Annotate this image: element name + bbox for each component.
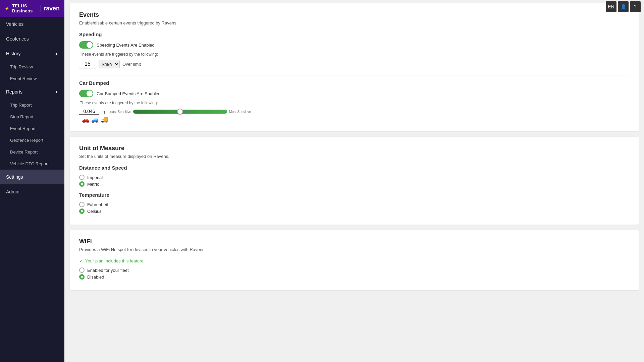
- sidebar-item-geofences[interactable]: Geofences: [0, 32, 64, 46]
- sidebar-item-vehicle-dtc-report[interactable]: Vehicle DTC Report: [0, 158, 64, 170]
- speeding-toggle-label: Speeding Events Are Enabled: [97, 43, 155, 48]
- sidebar-item-event-review[interactable]: Event Review: [0, 73, 64, 84]
- vehicle-icons-row: 🚗 🚙 🚚: [82, 116, 629, 123]
- events-description: Enable/disable certain events triggered …: [79, 20, 629, 25]
- wifi-enabled-radio[interactable]: [79, 267, 85, 273]
- sidebar-item-event-report[interactable]: Event Report: [0, 123, 64, 134]
- most-sensitive-label: Most Sensitive: [229, 110, 251, 114]
- sidebar-reports-header[interactable]: Reports ▲: [0, 84, 64, 99]
- reports-chevron-icon: ▲: [55, 90, 58, 94]
- g-unit-label: g: [103, 109, 105, 114]
- metric-radio[interactable]: [79, 181, 85, 187]
- unit-of-measure-title: Unit of Measure: [79, 145, 629, 152]
- wifi-description: Provides a WiFi Hotspot for devices in y…: [79, 247, 629, 252]
- speeding-toggle-knob: [87, 42, 93, 48]
- temperature-label: Temperature: [79, 192, 629, 198]
- car-bumped-slider-row: g Least Sensitive Most Sensitive: [79, 109, 629, 115]
- main-content: Events Enable/disable certain events tri…: [64, 0, 644, 362]
- sidebar-admin-label: Admin: [6, 189, 19, 194]
- events-card: Events Enable/disable certain events tri…: [70, 3, 639, 131]
- slider-thumb: [177, 109, 183, 115]
- imperial-label: Imperial: [87, 175, 103, 180]
- car-bumped-subsection-title: Car Bumped: [79, 80, 629, 86]
- car-icon: 🚗: [82, 116, 89, 123]
- sidebar: ⚡ TELUS Business raven Vehicles Geofence…: [0, 0, 64, 362]
- sensitivity-slider[interactable]: [133, 110, 227, 114]
- metric-option[interactable]: Metric: [79, 181, 629, 187]
- imperial-option[interactable]: Imperial: [79, 175, 629, 180]
- topbar: EN 👤 ?: [602, 0, 644, 13]
- fahrenheit-label: Fahrenheit: [87, 202, 108, 207]
- speeding-input-row: km/h mph Over limit: [79, 60, 629, 68]
- speeding-toggle[interactable]: [79, 41, 93, 49]
- unit-of-measure-description: Set the units of measure displayed on Ra…: [79, 154, 629, 159]
- sidebar-item-trip-report[interactable]: Trip Report: [0, 99, 64, 111]
- car-bumped-toggle-label: Car Bumped Events Are Enabled: [97, 91, 161, 96]
- wifi-enabled-label: Enabled for your fleet: [87, 268, 129, 273]
- speeding-trigger-text: These events are triggered by the follow…: [80, 52, 629, 57]
- events-title: Events: [79, 11, 629, 18]
- sidebar-vehicles-label: Vehicles: [6, 21, 23, 27]
- telus-logo-text: TELUS Business: [12, 3, 37, 13]
- slider-with-labels: Least Sensitive Most Sensitive: [108, 110, 251, 114]
- sidebar-item-geofence-report[interactable]: Geofence Report: [0, 134, 64, 146]
- speed-value-input[interactable]: [79, 60, 96, 68]
- car-bumped-toggle-row: Car Bumped Events Are Enabled: [79, 90, 629, 97]
- fahrenheit-option[interactable]: Fahrenheit: [79, 202, 629, 207]
- history-chevron-icon: ▲: [55, 52, 58, 56]
- account-icon: 👤: [621, 4, 626, 9]
- help-button[interactable]: ?: [630, 1, 641, 12]
- sidebar-history-header[interactable]: History ▲: [0, 46, 64, 61]
- temperature-radio-group: Fahrenheit Celsius: [79, 202, 629, 214]
- wifi-enabled-option[interactable]: Enabled for your fleet: [79, 267, 629, 273]
- wifi-feature-note: ✓ Your plan includes this feature.: [79, 258, 629, 263]
- telus-logo-icon: ⚡: [5, 6, 9, 11]
- help-icon: ?: [634, 4, 637, 9]
- distance-speed-radio-group: Imperial Metric: [79, 175, 629, 187]
- wifi-radio-group: Enabled for your fleet Disabled: [79, 267, 629, 280]
- fahrenheit-radio[interactable]: [79, 202, 85, 207]
- speed-unit-select[interactable]: km/h mph: [99, 60, 120, 68]
- wifi-disabled-option[interactable]: Disabled: [79, 274, 629, 280]
- sidebar-settings-label: Settings: [6, 174, 23, 180]
- sidebar-reports-label: Reports: [6, 89, 22, 95]
- sidebar-item-trip-review[interactable]: Trip Review: [0, 61, 64, 73]
- checkmark-icon: ✓: [79, 258, 83, 263]
- truck-icon: 🚚: [101, 116, 108, 123]
- sidebar-geofences-label: Geofences: [6, 36, 29, 42]
- car-bumped-section: Car Bumped Car Bumped Events Are Enabled…: [79, 75, 629, 123]
- wifi-card: WiFi Provides a WiFi Hotspot for devices…: [70, 230, 639, 290]
- car-bumped-toggle-knob: [87, 90, 93, 97]
- account-button[interactable]: 👤: [618, 1, 629, 12]
- temperature-section: Temperature Fahrenheit Celsius: [79, 192, 629, 214]
- wifi-title: WiFi: [79, 238, 629, 245]
- sidebar-item-device-report[interactable]: Device Report: [0, 146, 64, 158]
- least-sensitive-label: Least Sensitive: [108, 110, 131, 114]
- over-limit-label: Over limit: [122, 62, 141, 67]
- metric-label: Metric: [87, 182, 99, 187]
- speeding-toggle-row: Speeding Events Are Enabled: [79, 41, 629, 49]
- suv-icon: 🚙: [91, 116, 99, 123]
- car-bumped-toggle[interactable]: [79, 90, 93, 97]
- wifi-disabled-label: Disabled: [87, 275, 104, 280]
- unit-of-measure-card: Unit of Measure Set the units of measure…: [70, 137, 639, 225]
- celsius-radio[interactable]: [79, 208, 85, 214]
- lang-button[interactable]: EN: [606, 1, 616, 12]
- wifi-feature-text: Your plan includes this feature.: [85, 258, 145, 263]
- imperial-radio[interactable]: [79, 175, 85, 180]
- g-value-input[interactable]: [79, 109, 99, 115]
- sidebar-logo: ⚡ TELUS Business raven: [0, 0, 64, 17]
- sidebar-history-label: History: [6, 51, 21, 56]
- sidebar-item-settings[interactable]: Settings: [0, 170, 64, 184]
- wifi-disabled-radio[interactable]: [79, 274, 85, 280]
- sidebar-item-admin[interactable]: Admin: [0, 184, 64, 199]
- distance-speed-label: Distance and Speed: [79, 165, 629, 171]
- raven-logo-text: raven: [41, 5, 60, 12]
- sidebar-item-stop-report[interactable]: Stop Report: [0, 111, 64, 123]
- speeding-subsection-title: Speeding: [79, 32, 629, 37]
- car-bumped-trigger-text: These events are triggered by the follow…: [80, 101, 629, 105]
- sidebar-item-vehicles[interactable]: Vehicles: [0, 17, 64, 32]
- celsius-option[interactable]: Celsius: [79, 208, 629, 214]
- celsius-label: Celsius: [87, 209, 102, 214]
